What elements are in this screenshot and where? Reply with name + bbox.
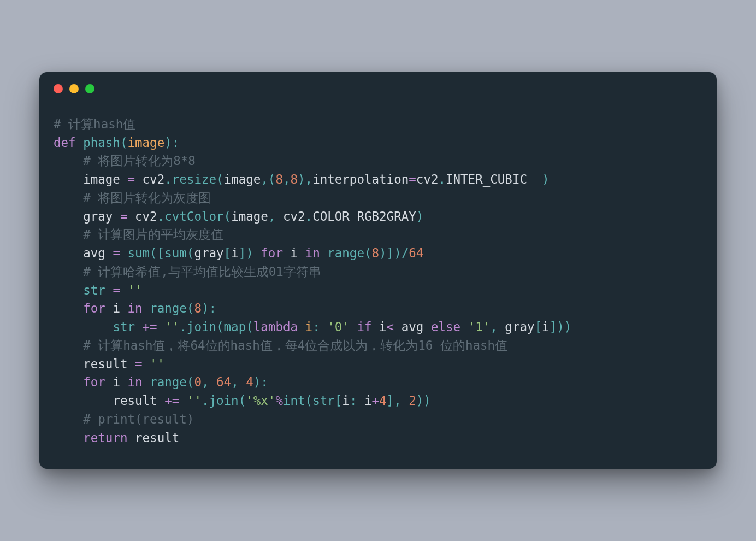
code-token: gray: [194, 246, 223, 260]
code-token: (: [239, 393, 246, 408]
code-token: ,: [283, 172, 291, 186]
code-token: image: [224, 172, 261, 186]
code-token: 2: [409, 393, 416, 408]
code-token: 64: [216, 375, 231, 389]
code-token: [350, 320, 357, 334]
code-token: <: [387, 320, 394, 334]
code-token: .: [438, 172, 446, 186]
code-line: # print(result): [54, 410, 702, 429]
code-token: str: [83, 283, 105, 297]
close-icon[interactable]: [54, 84, 63, 93]
code-token: ):: [253, 375, 268, 389]
code-line: # 计算hash值: [54, 115, 702, 134]
code-token: [113, 209, 120, 224]
code-token: [105, 283, 113, 297]
code-token: 4: [246, 375, 253, 389]
code-line: image = cv2.resize(image,(8,8),interpola…: [54, 170, 702, 189]
code-token: [54, 154, 83, 168]
code-token: 8: [275, 172, 283, 186]
code-token: cv2: [143, 172, 165, 186]
code-token: resize: [172, 172, 216, 186]
code-token: ),: [298, 172, 312, 186]
code-token: (: [216, 320, 224, 334]
code-token: 8: [372, 246, 380, 260]
code-token: gray: [83, 209, 113, 224]
code-token: (: [305, 393, 313, 408]
code-token: i: [542, 320, 550, 334]
code-token: cvtColor: [164, 209, 223, 224]
code-token: gray: [505, 320, 534, 334]
code-token: +=: [143, 320, 157, 334]
code-token: ,: [231, 375, 246, 389]
code-token: ): [416, 209, 424, 224]
code-token: return: [83, 431, 127, 445]
code-token: 8: [194, 301, 202, 315]
code-token: [105, 246, 113, 260]
code-token: =: [113, 283, 120, 297]
code-token: )])/: [379, 246, 409, 260]
code-token: image: [83, 172, 120, 186]
code-token: phash: [83, 136, 120, 150]
code-token: # 计算哈希值,与平均值比较生成01字符串: [83, 264, 321, 279]
code-token: # print(result): [83, 412, 194, 426]
code-line: gray = cv2.cvtColor(image, cv2.COLOR_RGB…: [54, 208, 702, 226]
code-token: [54, 246, 83, 260]
code-token: [54, 227, 83, 242]
code-token: +=: [164, 393, 179, 408]
code-token: cv2: [283, 209, 305, 224]
code-token: for: [83, 375, 105, 389]
code-token: result: [83, 357, 127, 371]
minimize-icon[interactable]: [69, 84, 79, 93]
code-token: (: [216, 172, 224, 186]
code-token: '': [150, 357, 164, 371]
code-token: cv2: [416, 172, 439, 186]
code-token: [143, 375, 150, 389]
code-token: [157, 393, 165, 408]
code-token: str: [312, 393, 335, 408]
code-line: result = '': [54, 355, 702, 374]
code-token: int: [283, 393, 305, 408]
code-token: # 将图片转化为8*8: [83, 154, 196, 168]
code-token: ,: [268, 209, 283, 224]
code-token: [54, 320, 113, 334]
code-token: [54, 375, 83, 389]
code-line: str += ''.join(map(lambda i: '0' if i< a…: [54, 318, 702, 337]
code-token: [527, 172, 542, 186]
code-token: [54, 393, 113, 408]
code-token: in: [127, 375, 142, 389]
code-token: [: [535, 320, 542, 334]
code-token: sum: [127, 246, 150, 260]
code-token: COLOR_RGB2GRAY: [312, 209, 416, 224]
code-line: avg = sum([sum(gray[i]) for i in range(8…: [54, 244, 702, 263]
code-token: 64: [409, 246, 423, 260]
code-token: avg: [83, 246, 105, 260]
code-line: # 将图片转化为8*8: [54, 152, 702, 170]
code-token: [143, 357, 150, 371]
code-token: =: [409, 172, 416, 186]
code-token: in: [127, 301, 142, 315]
code-token: [54, 338, 83, 352]
code-token: '1': [468, 320, 491, 334]
code-token: in: [305, 246, 320, 260]
zoom-icon[interactable]: [85, 84, 94, 93]
code-token: [127, 431, 135, 445]
code-token: i: [364, 393, 372, 408]
code-token: map: [224, 320, 246, 334]
code-token: # 将图片转化为灰度图: [83, 191, 211, 205]
code-token: =: [120, 209, 128, 224]
code-line: # 计算hash值，将64位的hash值，每4位合成以为，转化为16 位的has…: [54, 337, 702, 355]
code-token: avg: [401, 320, 424, 334]
code-token: [135, 320, 143, 334]
code-line: str = '': [54, 281, 702, 300]
code-token: # 计算hash值，将64位的hash值，每4位合成以为，转化为16 位的has…: [83, 338, 507, 352]
code-token: [54, 209, 83, 224]
code-token: lambda: [253, 320, 298, 334]
code-token: [127, 357, 135, 371]
code-token: result: [113, 393, 157, 408]
code-token: ):: [164, 136, 179, 150]
code-token: '': [127, 283, 142, 297]
code-token: join: [187, 320, 216, 334]
code-window: # 计算hash值def phash(image): # 将图片转化为8*8 i…: [39, 72, 717, 469]
code-token: i: [342, 393, 350, 408]
code-token: =: [127, 172, 135, 186]
